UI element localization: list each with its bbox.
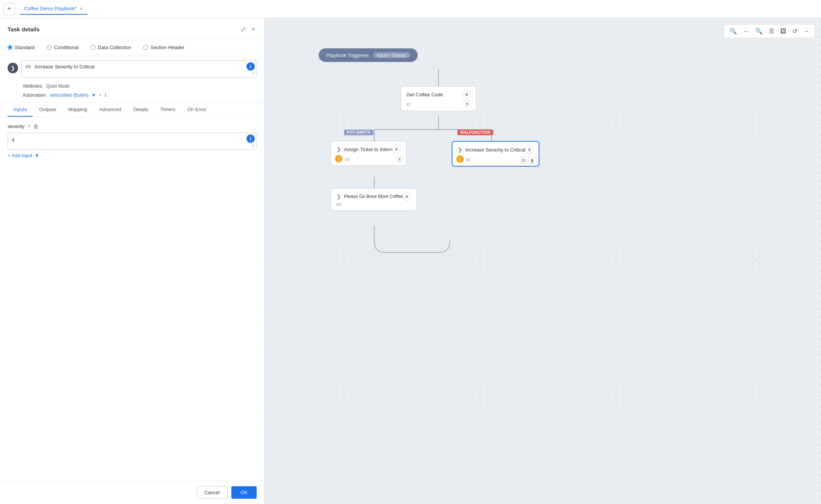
tab-coffee-demo[interactable]: Coffee Demo Playbook* ×: [20, 3, 87, 15]
drag-handle-icon: ⠿: [252, 71, 255, 76]
node-brew-coffee[interactable]: ❯ Please Go Brew More Coffee ⊕ #4: [331, 188, 417, 211]
increase-severity-delete-btn[interactable]: 🗑: [528, 157, 536, 164]
task-name-area: ❯ #5 ℹ ⠿: [0, 56, 264, 82]
node-get-coffee-num: #1: [406, 102, 411, 107]
cancel-button[interactable]: Cancel: [197, 486, 228, 499]
flow-connectors: [265, 18, 821, 504]
brew-coffee-chevron-icon: ❯: [336, 193, 341, 199]
node-increase-severity-pause-btn[interactable]: ⏸: [525, 145, 533, 154]
node-increase-severity[interactable]: ❯ Increase Severity to Critical ⏸ ⚡ #5 ⧉…: [452, 141, 539, 167]
tab-on-error[interactable]: On Error: [181, 103, 212, 117]
automation-info-icon[interactable]: ℹ: [105, 93, 107, 98]
add-input-row: + Add input ▼: [8, 153, 257, 158]
node-brew-coffee-pause-btn[interactable]: ⊕: [403, 192, 411, 201]
tab-outputs[interactable]: Outputs: [33, 103, 62, 117]
node-assign-ticket-num: #3: [345, 157, 349, 162]
node-brew-coffee-num: #4: [336, 202, 411, 207]
attributes-label: Attributes:: [23, 83, 43, 89]
ok-button[interactable]: OK: [231, 486, 257, 499]
node-get-coffee-pause-btn[interactable]: ⏸: [462, 90, 471, 99]
severity-input-wrap: ℹ ⠿: [8, 133, 257, 150]
plus-icon: +: [7, 5, 11, 13]
severity-field-row: severity ? 🗑: [8, 123, 257, 130]
redo-button[interactable]: →: [801, 26, 812, 36]
image-button[interactable]: 🖼: [778, 26, 788, 36]
attributes-value: Quiet Mode: [46, 83, 70, 89]
add-input-dropdown-icon[interactable]: ▼: [34, 153, 39, 158]
task-name-input-wrap: #5 ℹ ⠿: [21, 60, 257, 77]
node-increase-severity-label: Increase Severity to Critical: [465, 147, 525, 153]
increase-severity-chevron-icon: ❯: [458, 147, 462, 153]
node-increase-severity-num: #5: [466, 158, 471, 162]
task-name-input[interactable]: [33, 61, 245, 73]
severity-input[interactable]: [8, 133, 245, 147]
zoom-out-button[interactable]: 🔍: [727, 26, 739, 36]
task-info-button[interactable]: ℹ: [246, 62, 255, 71]
tab-timers[interactable]: Timers: [154, 103, 181, 117]
tab-advanced[interactable]: Advanced: [93, 103, 127, 117]
node-get-coffee-code[interactable]: Get Coffee Code ⏸ #1 ⊕: [401, 86, 476, 111]
add-tab-button[interactable]: +: [3, 3, 15, 15]
inputs-section: severity ? 🗑 ℹ ⠿ + Add input ▼: [0, 117, 264, 481]
task-panel: Task details ⤢ × Standard Conditional Da…: [0, 18, 265, 504]
trigger-badge[interactable]: Inputs / Outputs: [373, 52, 410, 58]
node-assign-ticket-action-btn[interactable]: ⏸: [396, 156, 403, 162]
severity-input-info[interactable]: ℹ: [246, 135, 255, 143]
attributes-row: Attributes: Quiet Mode: [0, 82, 264, 90]
node-assign-ticket-pause-btn[interactable]: ⏸: [392, 145, 401, 153]
node-assign-ticket[interactable]: ❯ Assign Ticket to Intern ⏸ ⚡ #3 ⏸: [331, 141, 406, 166]
severity-drag-handle-icon: ⠿: [252, 144, 255, 148]
undo-button[interactable]: ↺: [790, 26, 799, 36]
radio-section-header[interactable]: Section Header: [143, 45, 184, 50]
radio-conditional[interactable]: Conditional: [47, 45, 79, 50]
increase-severity-lightning-icon: ⚡: [456, 155, 464, 163]
severity-label: severity: [8, 124, 25, 129]
assign-ticket-lightning-icon: ⚡: [335, 155, 342, 162]
tab-inputs[interactable]: Inputs: [8, 103, 33, 117]
panel-title: Task details: [8, 26, 40, 32]
tab-bar: + Coffee Demo Playbook* ×: [0, 0, 821, 18]
radio-data-collection[interactable]: Data Collection: [91, 45, 131, 50]
automation-clear-button[interactable]: ×: [99, 93, 102, 98]
add-input-button[interactable]: + Add input: [8, 153, 32, 158]
expand-panel-button[interactable]: ⤢: [239, 24, 247, 34]
main-container: Task details ⤢ × Standard Conditional Da…: [0, 18, 821, 504]
panel-header: Task details ⤢ ×: [0, 18, 264, 39]
tab-close-icon[interactable]: ×: [80, 6, 83, 12]
node-assign-ticket-label: Assign Ticket to Intern: [344, 147, 392, 152]
badge-malfunction: MALFUNCTION: [457, 130, 493, 135]
canvas-area[interactable]: 🔍 ← 🔍 ☰ 🖼 ↺ → Play: [265, 18, 821, 504]
task-type-radio-group: Standard Conditional Data Collection Sec…: [0, 39, 264, 56]
severity-delete-icon[interactable]: 🗑: [33, 123, 39, 130]
trigger-node: Playbook Triggered Inputs / Outputs: [319, 48, 418, 62]
tab-label: Coffee Demo Playbook*: [24, 6, 77, 11]
panel-actions: ⤢ ×: [239, 24, 257, 34]
zoom-prev-button[interactable]: ←: [741, 26, 751, 36]
automation-row: Automation: setIncident (Builtin) ▼ × ℹ: [0, 90, 264, 103]
inner-tabs: Inputs Outputs Mapping Advanced Details …: [0, 103, 264, 117]
increase-severity-copy-btn[interactable]: ⧉: [520, 157, 527, 164]
task-number: #5: [22, 61, 33, 73]
assign-ticket-chevron-icon: ❯: [336, 146, 341, 152]
automation-label: Automation:: [23, 93, 47, 98]
fit-button[interactable]: ☰: [767, 26, 776, 36]
task-expand-button[interactable]: ❯: [8, 63, 18, 73]
automation-link[interactable]: setIncident (Builtin): [50, 93, 88, 98]
trigger-label: Playbook Triggered: [326, 53, 369, 58]
tab-mapping[interactable]: Mapping: [62, 103, 93, 117]
tab-details[interactable]: Details: [127, 103, 155, 117]
badge-pot-empty: POT EMPTY: [344, 130, 373, 135]
radio-standard[interactable]: Standard: [8, 45, 35, 50]
severity-help-icon[interactable]: ?: [28, 124, 30, 129]
panel-footer: Cancel OK: [0, 481, 264, 504]
node-get-coffee-code-label: Get Coffee Code: [406, 92, 443, 97]
zoom-in-button[interactable]: 🔍: [753, 26, 765, 36]
canvas-toolbar: 🔍 ← 🔍 ☰ 🖼 ↺ →: [724, 24, 815, 38]
node-get-coffee-menu-btn[interactable]: ⊕: [464, 100, 471, 107]
close-panel-button[interactable]: ×: [250, 24, 257, 34]
automation-dropdown-icon[interactable]: ▼: [91, 93, 96, 98]
node-brew-coffee-label: Please Go Brew More Coffee: [344, 194, 403, 199]
